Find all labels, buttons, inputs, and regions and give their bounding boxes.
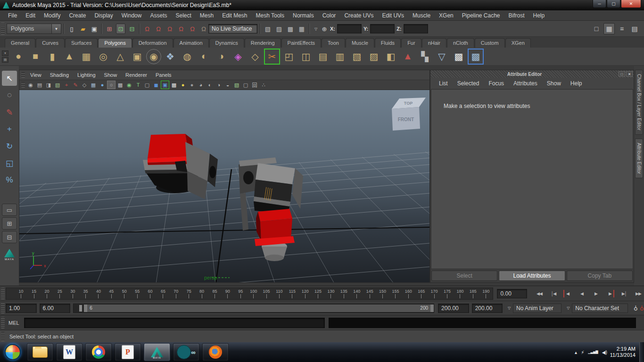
menu-file[interactable]: File	[4, 12, 21, 19]
character-set-field[interactable]: No Character Set	[572, 304, 628, 313]
frame-135[interactable]: 135	[338, 288, 350, 299]
poly-boolean-icon[interactable]: ◈	[230, 49, 246, 65]
network-icon[interactable]: ▁▃▅▇	[588, 350, 598, 354]
animation-end-field[interactable]: 200.00	[472, 304, 503, 313]
shelf-tab-nhair[interactable]: nHair	[422, 38, 446, 48]
menu-edit-uvs[interactable]: Edit UVs	[378, 12, 408, 19]
menu-set-value[interactable]: Polygons	[7, 24, 52, 34]
copy-view-icon[interactable]: 回	[250, 81, 259, 89]
shelf-tab-fur[interactable]: Fur	[401, 38, 421, 48]
panel-menu-shading[interactable]: Shading	[46, 72, 73, 78]
powerpoint-button[interactable]: P	[115, 343, 141, 361]
poly-bevel-icon[interactable]: ▥	[332, 49, 348, 65]
y-input[interactable]	[370, 24, 395, 33]
poly-multi-cut-icon[interactable]: ✂	[264, 49, 280, 65]
minimize-button[interactable]: ─	[593, 0, 606, 8]
default-material-icon[interactable]: ▢	[143, 81, 151, 89]
panel-menu-view[interactable]: View	[26, 72, 46, 78]
frame-110[interactable]: 110	[273, 288, 286, 299]
shelf-tab-menu-button[interactable]: ▾	[2, 50, 8, 56]
use-all-lights-icon[interactable]: ▩	[170, 81, 178, 89]
word-button[interactable]: W	[56, 343, 83, 361]
wireframe-icon[interactable]: ◇	[80, 81, 89, 89]
sphere-dark-icon[interactable]: ◒	[223, 81, 232, 89]
textured-icon[interactable]: T	[134, 81, 142, 89]
select-tool-icon[interactable]: ↖	[2, 71, 17, 86]
close-icon[interactable]: ✕	[626, 71, 633, 77]
menu-create[interactable]: Create	[65, 12, 90, 19]
playback-end-field[interactable]: 200.00	[438, 304, 469, 313]
close-button[interactable]: ✕	[621, 0, 641, 8]
shelf-tab-toon[interactable]: Toon	[322, 38, 345, 48]
step-forward-frame-button[interactable]: ▶│	[619, 289, 630, 298]
sphere-shade-icon[interactable]: ◐	[206, 81, 214, 89]
snap-point-icon[interactable]: Ω	[165, 24, 174, 34]
frame-180[interactable]: 180	[454, 288, 466, 299]
frame-85[interactable]: 85	[208, 288, 221, 299]
frame-185[interactable]: 185	[467, 288, 479, 299]
shelf-tab-dynamics[interactable]: Dynamics	[209, 38, 244, 48]
anim-layer-field[interactable]: No Anim Layer	[513, 304, 561, 313]
camera-attributes-icon[interactable]: ▤	[35, 81, 44, 89]
frame-100[interactable]: 100	[247, 288, 260, 299]
help-line-grip[interactable]	[1, 332, 5, 341]
ae-menu-list[interactable]: List	[434, 80, 453, 87]
poly-extrude-icon[interactable]: ▤	[315, 49, 331, 65]
menu-bifrost[interactable]: Bifrost	[504, 12, 529, 19]
ae-menu-focus[interactable]: Focus	[484, 80, 509, 87]
taskbar-clock[interactable]: 2:19 AM 11/13/2014	[610, 346, 636, 358]
chevron-down-icon[interactable]: ▼	[52, 24, 61, 34]
xray-icon[interactable]: ▩	[116, 81, 124, 89]
frame-60[interactable]: 60	[144, 288, 157, 299]
poly-cone-icon[interactable]: ▲	[61, 49, 77, 65]
menu-modify[interactable]: Modify	[40, 12, 65, 19]
joints-xray-icon[interactable]: ◉	[125, 81, 133, 89]
poly-triangulate-icon[interactable]: ▽	[434, 49, 450, 65]
light-off-icon[interactable]: ●	[188, 81, 196, 89]
panel-menu-show[interactable]: Show	[100, 72, 122, 78]
snap-view-plane-icon[interactable]: Ω	[188, 24, 197, 34]
frame-15[interactable]: 15	[27, 288, 40, 299]
frame-30[interactable]: 30	[66, 288, 79, 299]
animation-start-field[interactable]: 1.00	[6, 304, 37, 313]
ae-menu-selected[interactable]: Selected	[453, 80, 484, 87]
menu-mesh-tools[interactable]: Mesh Tools	[252, 12, 289, 19]
command-output[interactable]	[329, 318, 636, 328]
shelf-tab-custom[interactable]: Custom	[475, 38, 505, 48]
copy-tab-button[interactable]: Copy Tab	[567, 271, 633, 281]
shelf-tab-xgen[interactable]: XGen	[505, 38, 531, 48]
poly-cylinder-icon[interactable]: ▮	[44, 49, 60, 65]
render-current-frame-icon[interactable]: ▨	[274, 24, 284, 34]
menu-help[interactable]: Help	[529, 12, 549, 19]
poly-cube-icon[interactable]: ■	[27, 49, 43, 65]
menu-mesh[interactable]: Mesh	[196, 12, 218, 19]
shelf-tab-curves[interactable]: Curves	[36, 38, 65, 48]
snap-projected-center-icon[interactable]: Ω	[176, 24, 186, 34]
shelf-tab-polygons[interactable]: Polygons	[98, 38, 132, 48]
lasso-tool-icon[interactable]: ◌	[2, 88, 17, 103]
status-line-grip[interactable]	[1, 23, 5, 35]
scale-tool-icon[interactable]: ◱	[2, 156, 17, 171]
shelf-tab-general[interactable]: General	[5, 38, 35, 48]
shelf-tab-rendering[interactable]: Rendering	[245, 38, 281, 48]
frame-190[interactable]: 190	[479, 288, 492, 299]
range-slider-grip[interactable]	[1, 303, 5, 313]
poly-reduce-icon[interactable]: ❖	[162, 49, 178, 65]
firefox-button[interactable]	[202, 343, 229, 361]
frame-55[interactable]: 55	[131, 288, 143, 299]
menu-window[interactable]: Window	[117, 12, 146, 19]
viewport-canvas[interactable]: TOP FRONT persp y x	[19, 90, 429, 282]
menu-select[interactable]: Select	[171, 12, 195, 19]
frame-120[interactable]: 120	[299, 288, 312, 299]
paint-select-tool-icon[interactable]: ✎	[2, 105, 17, 120]
poly-bridge-icon[interactable]: ◫	[298, 49, 314, 65]
range-bar-right-cap[interactable]	[430, 304, 434, 312]
frame-170[interactable]: 170	[428, 288, 440, 299]
menu-normals[interactable]: Normals	[289, 12, 318, 19]
frame-10[interactable]: 10	[15, 288, 27, 299]
menu-edit[interactable]: Edit	[21, 12, 40, 19]
frame-165[interactable]: 165	[415, 288, 428, 299]
poly-sculpt-icon[interactable]: ▲	[400, 49, 416, 65]
open-scene-icon[interactable]: ▰	[78, 24, 88, 34]
set-key-icon[interactable]: ⚲	[634, 305, 638, 312]
